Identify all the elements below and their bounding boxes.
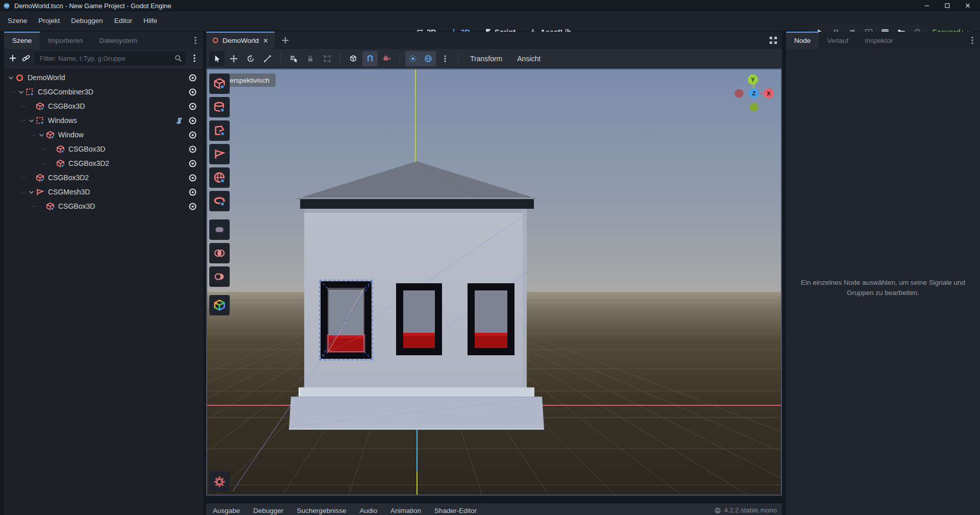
tree-row-csgbox3d2[interactable]: CSGBox3D2 [4,170,203,185]
list-select-tool[interactable] [286,51,301,66]
menubar-menus: SzeneProjektDebuggenEditorHilfe [0,11,163,31]
camera-preview-toggle[interactable] [379,51,395,66]
close-button[interactable] [964,2,972,10]
group-selected-button[interactable] [320,51,335,66]
gridmap-button[interactable] [209,295,230,315]
dock-tab-node[interactable]: Node [786,32,819,49]
bottom-tab-suchergebnisse[interactable]: Suchergebnisse [290,503,353,514]
tree-row-demoworld[interactable]: DemoWorld [4,70,203,85]
snap-toggle[interactable] [362,51,378,66]
bottom-tab-shader-editor[interactable]: Shader-Editor [428,503,483,514]
tree-row-csgcombiner3d[interactable]: CSGCombiner3D [4,85,203,99]
tree-row-csgbox3d2[interactable]: CSGBox3D2 [4,156,203,170]
visibility-eye-icon[interactable] [188,102,197,111]
bottom-tab-audio[interactable]: Audio [353,503,384,514]
collapse-arrow-icon[interactable] [7,74,15,82]
visibility-eye-icon[interactable] [188,159,197,168]
csg-polygon-button[interactable] [209,120,230,141]
tree-row-window[interactable]: Window [4,128,203,142]
minimize-button[interactable] [923,2,931,10]
local-space-toggle[interactable] [346,51,361,66]
csg-mesh-button[interactable] [209,144,230,164]
menu-projekt[interactable]: Projekt [33,11,65,31]
csg-cylinder-icon [213,101,226,113]
window-left-selected[interactable] [320,280,373,360]
dock-tab-menu-button[interactable] [191,36,200,45]
gizmo-neg-x[interactable] [735,89,744,98]
dock-tab-dateisystem[interactable]: Dateisystem [91,32,145,49]
transform-menu[interactable]: Transform [463,49,509,68]
csg-mesh-icon [213,148,226,160]
scale-tool[interactable] [260,51,275,66]
add-node-icon[interactable] [8,54,17,63]
visibility-eye-icon[interactable] [188,145,197,154]
csg-subtract-button[interactable] [209,266,230,287]
tree-row-csgbox3d[interactable]: CSGBox3D [4,142,203,156]
visibility-eye-icon[interactable] [188,88,197,96]
script-attached-icon[interactable] [176,117,183,125]
toolbar-separator [458,53,458,64]
bottom-tab-ausgabe[interactable]: Ausgabe [206,503,247,514]
visibility-eye-icon[interactable] [188,202,197,211]
scene-tab-demoworld[interactable]: DemoWorld [206,32,275,49]
bottom-tab-debugger[interactable]: Debugger [247,503,290,514]
csg-polygon-icon [213,125,226,137]
menu-hilfe[interactable]: Hilfe [138,11,163,31]
collapse-arrow-icon[interactable] [28,117,35,125]
tree-row-windows[interactable]: Windows [4,113,203,128]
godot-grey-icon [714,507,721,514]
csg-cylinder-button[interactable] [209,97,230,117]
dots-vertical-icon[interactable] [190,54,199,63]
collapse-arrow-icon[interactable] [17,88,25,96]
tree-row-csgbox3d[interactable]: CSGBox3D [4,99,203,113]
preview-environment-toggle[interactable] [421,51,436,66]
csg-union-button[interactable] [209,219,230,240]
move-tool[interactable] [226,51,241,66]
collapse-arrow-icon[interactable] [28,188,35,196]
dock-tab-menu-button[interactable] [968,36,977,45]
close-icon[interactable] [262,37,269,44]
tree-row-csgbox3d[interactable]: CSGBox3D [4,199,203,213]
dock-tab-szene[interactable]: Szene [4,32,40,49]
expand-icon[interactable] [769,36,778,45]
csg-sphere-button[interactable] [209,167,230,188]
viewport-3d-scene[interactable]: Y X Z [207,69,781,495]
visibility-eye-icon[interactable] [188,131,197,139]
window-middle[interactable] [396,283,442,355]
tree-node-label: CSGBox3D [58,202,95,210]
window-title: DemoWorld.tscn - New Game Project - Godo… [14,2,172,10]
visibility-eye-icon[interactable] [188,174,197,182]
scene-filter-input[interactable] [35,52,186,65]
window-right[interactable] [468,283,514,355]
csg-torus-button[interactable] [209,191,230,211]
toolbar-separator [340,53,340,64]
menu-debuggen[interactable]: Debuggen [65,11,108,31]
dock-tab-inspektor[interactable]: Inspektor [856,32,901,49]
maximize-button[interactable] [943,2,951,10]
viewport-3d[interactable]: Y X Z Perspektivisch [206,68,782,496]
scene-toolbar [4,49,203,67]
dock-tab-verlauf[interactable]: Verlauf [819,32,856,49]
lock-selected-button[interactable] [303,51,318,66]
tree-row-csgmesh3d[interactable]: CSGMesh3D [4,185,203,199]
menu-szene[interactable]: Szene [2,11,33,31]
preview-options-menu[interactable] [437,51,453,66]
menu-editor[interactable]: Editor [109,11,138,31]
preview-sun-toggle[interactable] [405,51,421,66]
csg-intersect-button[interactable] [209,243,230,263]
dock-tab-importieren[interactable]: Importieren [40,32,91,49]
gizmo-neg-y[interactable] [750,103,758,112]
rotate-tool[interactable] [243,51,258,66]
add-tab-icon[interactable] [281,36,290,45]
select-tool[interactable] [209,51,225,66]
visibility-eye-icon[interactable] [188,188,197,197]
collapse-arrow-icon[interactable] [38,131,45,139]
ansicht-menu[interactable]: Ansicht [510,49,547,68]
viewport-settings-button[interactable] [209,472,230,492]
visibility-eye-icon[interactable] [188,116,197,125]
tree-node-label: CSGMesh3D [48,188,90,196]
instance-scene-icon[interactable] [21,54,31,63]
bottom-tab-animation[interactable]: Animation [384,503,428,514]
visibility-eye-icon[interactable] [188,73,197,82]
csg-box-button[interactable] [209,73,230,94]
